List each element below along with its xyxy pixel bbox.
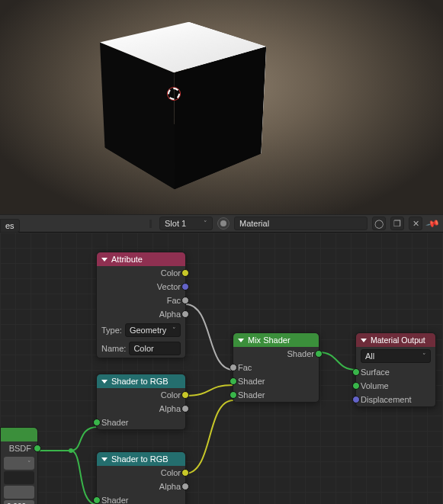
socket-shader-in[interactable] xyxy=(93,496,101,504)
color-field[interactable] xyxy=(4,471,34,484)
socket-label: Shader xyxy=(238,377,265,386)
field-label: Name: xyxy=(101,344,126,353)
socket-displacement-in[interactable] xyxy=(352,396,360,403)
chevron-down-icon: ˅ xyxy=(422,352,426,360)
socket-label: Surface xyxy=(361,368,390,377)
socket-label: Shader xyxy=(101,496,128,504)
socket-bsdf-out[interactable] xyxy=(34,445,41,452)
node-editor[interactable]: Attribute Color Vector Fac Alpha Type:Ge… xyxy=(0,233,443,504)
output-target-select[interactable]: All˅ xyxy=(361,349,431,363)
cube-object[interactable] xyxy=(95,4,270,194)
collapse-icon[interactable] xyxy=(101,258,108,262)
socket-label: Alpha xyxy=(159,482,181,491)
socket-label: Displacement xyxy=(361,395,412,404)
collapse-icon[interactable] xyxy=(101,457,108,461)
node-shader-to-rgb-1[interactable]: Shader to RGB Color Alpha Shader xyxy=(96,374,186,430)
collapse-icon[interactable] xyxy=(238,339,244,342)
node-title: Mix Shader xyxy=(248,335,291,345)
collapse-icon[interactable] xyxy=(101,380,108,384)
socket-label: Alpha xyxy=(159,310,181,319)
viewport-3d[interactable] xyxy=(0,0,443,214)
material-slot-select[interactable]: Slot 1 ˅ xyxy=(159,217,213,230)
socket-label: Shader xyxy=(238,390,265,400)
attribute-type-select[interactable]: Geometry˅ xyxy=(125,323,181,337)
material-toolbar: Slot 1 ˅ Material ◯ ❐ ✕ 📌 xyxy=(0,214,443,233)
cursor-3d-icon xyxy=(168,88,180,100)
duplicate-button[interactable]: ❐ xyxy=(390,217,404,230)
chevron-down-icon: ˅ xyxy=(204,220,207,227)
value-field[interactable] xyxy=(4,486,34,499)
node-header[interactable]: Attribute xyxy=(97,252,185,266)
browse-slots-icon[interactable] xyxy=(149,220,152,228)
material-preview-icon[interactable] xyxy=(217,217,230,230)
socket-label: Shader xyxy=(287,349,314,358)
socket-label: Alpha xyxy=(159,404,181,413)
socket-fac-out[interactable] xyxy=(181,297,189,304)
socket-volume-in[interactable] xyxy=(352,382,360,390)
value-field[interactable]: 0.000 xyxy=(4,500,34,504)
socket-color-out[interactable] xyxy=(181,469,189,477)
chevron-down-icon: ˅ xyxy=(172,326,176,334)
collapse-icon[interactable] xyxy=(361,339,367,342)
node-shader-to-rgb-2[interactable]: Shader to RGB Color Alpha Shader xyxy=(96,451,186,504)
cut-label: es xyxy=(0,219,20,233)
field-label: Type: xyxy=(101,326,122,335)
node-title: Shader to RGB xyxy=(111,454,169,464)
socket-label: Fac xyxy=(167,296,181,305)
socket-shader-in[interactable] xyxy=(230,377,237,385)
attribute-name-input[interactable]: Color xyxy=(129,342,181,355)
node-title: Attribute xyxy=(111,255,143,264)
socket-alpha-out[interactable] xyxy=(181,483,189,490)
socket-surface-in[interactable] xyxy=(352,368,360,376)
socket-label: Color xyxy=(161,468,181,477)
socket-alpha-out[interactable] xyxy=(181,405,189,413)
socket-label: Color xyxy=(161,390,181,400)
socket-label: Fac xyxy=(238,363,252,372)
node-attribute[interactable]: Attribute Color Vector Fac Alpha Type:Ge… xyxy=(96,252,186,358)
node-title: Material Output xyxy=(371,335,425,345)
socket-alpha-out[interactable] xyxy=(181,310,189,318)
material-name-input[interactable]: Material xyxy=(234,217,368,230)
socket-shader-out[interactable] xyxy=(315,350,323,358)
socket-shader-in[interactable] xyxy=(93,419,101,426)
node-material-output[interactable]: Material Output All˅ Surface Volume Disp… xyxy=(355,332,436,407)
node-header[interactable] xyxy=(1,428,37,441)
socket-fac-in[interactable] xyxy=(230,364,237,371)
svg-point-0 xyxy=(69,448,73,453)
socket-label: Color xyxy=(161,268,181,278)
node-bsdf-partial[interactable]: BSDF ˅ 0.000 xyxy=(0,427,38,504)
value-field[interactable]: ˅ xyxy=(4,457,34,470)
socket-color-out[interactable] xyxy=(181,391,189,399)
socket-label: Vector xyxy=(157,282,181,291)
socket-label: BSDF xyxy=(9,444,31,453)
pin-icon[interactable]: 📌 xyxy=(425,216,441,231)
node-mix-shader[interactable]: Mix Shader Shader Fac Shader Shader xyxy=(233,332,319,403)
slot-label: Slot 1 xyxy=(165,219,186,228)
socket-label: Volume xyxy=(361,381,389,390)
node-title: Shader to RGB xyxy=(111,377,169,386)
socket-vector-out[interactable] xyxy=(181,283,189,291)
fake-user-button[interactable]: ◯ xyxy=(372,217,386,230)
socket-color-out[interactable] xyxy=(181,269,189,277)
unlink-button[interactable]: ✕ xyxy=(409,217,422,230)
socket-label: Shader xyxy=(101,418,128,427)
socket-shader-in[interactable] xyxy=(230,391,237,399)
